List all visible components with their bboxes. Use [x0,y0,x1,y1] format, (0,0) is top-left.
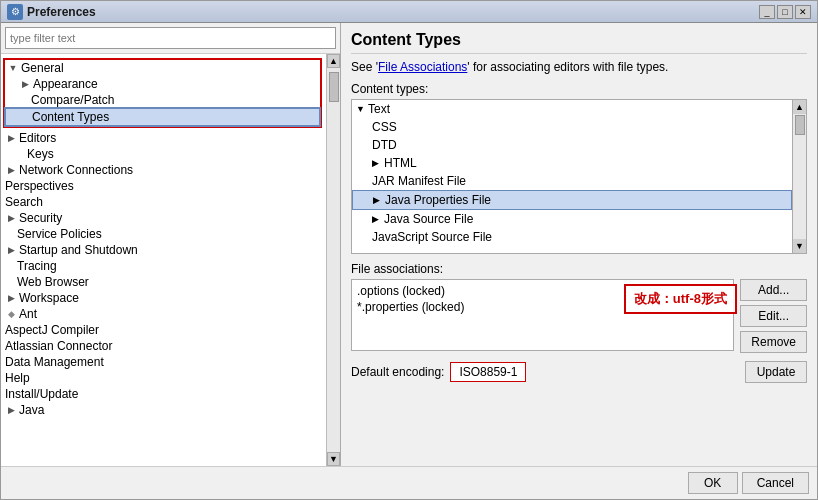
file-associations-link[interactable]: File Associations [378,60,467,74]
dialog-buttons-row: OK Cancel [1,466,817,499]
tree-label-ant: Ant [19,307,37,321]
tree-label-web-browser: Web Browser [17,275,89,289]
tree-item-editors[interactable]: ▶ Editors [1,130,326,146]
tree-item-security[interactable]: ▶ Security [1,210,326,226]
encoding-left: Default encoding: ISO8859-1 [351,362,526,382]
panel-title: Content Types [351,31,807,54]
tree-label-install-update: Install/Update [5,387,78,401]
ct-item-css[interactable]: CSS [352,118,792,136]
scroll-track [327,68,340,452]
ct-item-java-properties[interactable]: ▶ Java Properties File [352,190,792,210]
tree-item-aspectj[interactable]: AspectJ Compiler [1,322,326,338]
ct-item-java-source[interactable]: ▶ Java Source File [352,210,792,228]
tree-item-tracing[interactable]: Tracing [1,258,326,274]
ct-item-text[interactable]: ▼ Text [352,100,792,118]
left-scrollbar[interactable]: ▲ ▼ [326,54,340,466]
remove-button[interactable]: Remove [740,331,807,353]
expand-icon-network: ▶ [5,164,17,176]
ct-label-text: Text [368,102,390,116]
encoding-label: Default encoding: [351,365,444,379]
tree-item-startup-shutdown[interactable]: ▶ Startup and Shutdown [1,242,326,258]
ct-scroll-down[interactable]: ▼ [793,239,806,253]
tree-item-search[interactable]: Search [1,194,326,210]
encoding-row: Default encoding: ISO8859-1 Update [351,361,807,383]
file-assoc-row: .options (locked) *.properties (locked) … [351,279,807,353]
ct-label-dtd: DTD [372,138,397,152]
scroll-down-arrow[interactable]: ▼ [327,452,340,466]
left-panel-container: ▼ General ▶ Appearance Compare/Patch [1,23,341,466]
tree-item-workspace[interactable]: ▶ Workspace [1,290,326,306]
tree-label-atlassian: Atlassian Connector [5,339,112,353]
tree-item-web-browser[interactable]: Web Browser [1,274,326,290]
desc-prefix: See ' [351,60,378,74]
minimize-button[interactable]: _ [759,5,775,19]
tree-label-general: General [21,61,64,75]
tree-label-compare-patch: Compare/Patch [31,93,114,107]
tree-item-general[interactable]: ▼ General [5,60,320,76]
close-button[interactable]: ✕ [795,5,811,19]
tree-item-atlassian[interactable]: Atlassian Connector [1,338,326,354]
expand-icon-ant: ◆ [5,308,17,320]
tree-item-ant[interactable]: ◆ Ant [1,306,326,322]
scroll-up-arrow[interactable]: ▲ [327,54,340,68]
add-button[interactable]: Add... [740,279,807,301]
tree-label-help: Help [5,371,30,385]
right-panel: Content Types See 'File Associations' fo… [341,23,817,466]
ct-item-html[interactable]: ▶ HTML [352,154,792,172]
update-button[interactable]: Update [745,361,807,383]
title-bar-controls: _ □ ✕ [759,5,811,19]
tree-item-java[interactable]: ▶ Java [1,402,326,418]
expand-icon-java: ▶ [5,404,17,416]
ct-item-jar-manifest[interactable]: JAR Manifest File [352,172,792,190]
content-types-container: ▼ Text CSS DTD ▶ HTML [351,99,807,254]
content-types-label: Content types: [351,82,807,96]
tree-label-editors: Editors [19,131,56,145]
tree-item-network-connections[interactable]: ▶ Network Connections [1,162,326,178]
tree-item-install-update[interactable]: Install/Update [1,386,326,402]
ct-scroll-thumb[interactable] [795,115,805,135]
ct-label-java-source: Java Source File [384,212,473,226]
ct-scroll-up[interactable]: ▲ [793,100,806,114]
expand-icon-appearance: ▶ [19,78,31,90]
tree-label-startup-shutdown: Startup and Shutdown [19,243,138,257]
tree-item-help[interactable]: Help [1,370,326,386]
ok-button[interactable]: OK [688,472,738,494]
tree-item-perspectives[interactable]: Perspectives [1,178,326,194]
tree-label-java: Java [19,403,44,417]
action-buttons: Add... Edit... Remove [740,279,807,353]
main-content: ▼ General ▶ Appearance Compare/Patch [1,23,817,466]
expand-icon-text: ▼ [356,104,368,114]
tree-area: ▼ General ▶ Appearance Compare/Patch [1,54,326,466]
scroll-thumb[interactable] [329,72,339,102]
tree-item-appearance[interactable]: ▶ Appearance [5,76,320,92]
title-bar-left: ⚙ Preferences [7,4,96,20]
tree-item-keys[interactable]: Keys [1,146,326,162]
desc-suffix: ' for associating editors with file type… [467,60,668,74]
title-bar: ⚙ Preferences _ □ ✕ [1,1,817,23]
tree-item-compare-patch[interactable]: Compare/Patch [5,92,320,108]
tree-label-data-management: Data Management [5,355,104,369]
ct-label-jar-manifest: JAR Manifest File [372,174,466,188]
filter-input[interactable] [5,27,336,49]
preferences-window: ⚙ Preferences _ □ ✕ [0,0,818,500]
window-title: Preferences [27,5,96,19]
ct-label-css: CSS [372,120,397,134]
tree-label-perspectives: Perspectives [5,179,74,193]
cancel-button[interactable]: Cancel [742,472,809,494]
tree-label-network-connections: Network Connections [19,163,133,177]
ct-item-javascript-source[interactable]: JavaScript Source File [352,228,792,246]
app-icon: ⚙ [7,4,23,20]
file-assoc-label: File associations: [351,262,807,276]
tree-label-workspace: Workspace [19,291,79,305]
tree-item-service-policies[interactable]: Service Policies [1,226,326,242]
tree-item-content-types[interactable]: Content Types [5,108,320,126]
filter-box [1,23,340,54]
ct-label-java-properties: Java Properties File [385,193,491,207]
ct-item-dtd[interactable]: DTD [352,136,792,154]
tree-label-security: Security [19,211,62,225]
ct-scrollbar[interactable]: ▲ ▼ [793,99,807,254]
tree-label-keys: Keys [27,147,54,161]
maximize-button[interactable]: □ [777,5,793,19]
tree-item-data-management[interactable]: Data Management [1,354,326,370]
edit-button[interactable]: Edit... [740,305,807,327]
